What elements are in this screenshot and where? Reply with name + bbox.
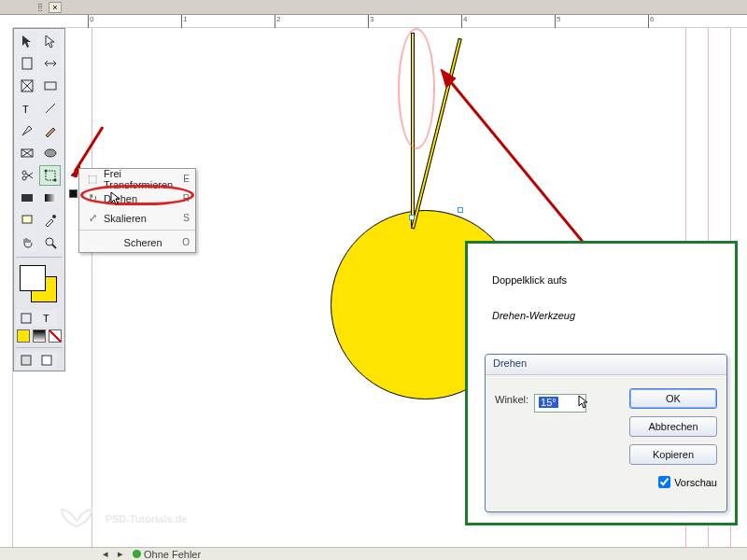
- menu-active-indicator-icon: [69, 189, 78, 198]
- free-transform-icon: ⬚: [85, 173, 100, 185]
- guide-vertical: [92, 28, 92, 547]
- menu-label: Skalieren: [104, 213, 183, 224]
- svg-line-2: [446, 77, 596, 258]
- direct-selection-tool-icon[interactable]: [39, 31, 61, 51]
- angle-value: 15°: [539, 397, 558, 408]
- menu-shortcut: O: [182, 237, 190, 247]
- apply-gradient-icon[interactable]: [33, 329, 46, 343]
- toolbox-titlebar: ⣿ ×: [0, 0, 747, 15]
- arrow-annotation-icon: [428, 62, 605, 267]
- status-text: Ohne Fehler: [144, 549, 201, 560]
- svg-point-19: [53, 179, 56, 182]
- fill-stroke-swatch[interactable]: [18, 263, 61, 306]
- free-transform-tool-icon[interactable]: [39, 165, 61, 186]
- formatting-container-icon[interactable]: [16, 310, 36, 327]
- annotation-text: Doppelklick aufs Drehen-Werkzeug: [468, 244, 735, 329]
- menu-label: Scheren: [104, 237, 182, 248]
- note-tool-icon[interactable]: [16, 210, 37, 231]
- svg-rect-4: [22, 58, 32, 69]
- ok-button[interactable]: OK: [629, 388, 717, 409]
- rectangle-frame-tool-icon[interactable]: [16, 143, 37, 163]
- svg-text:T: T: [43, 313, 49, 324]
- text-frame-tool-icon[interactable]: [39, 76, 61, 96]
- fill-swatch[interactable]: [20, 265, 46, 291]
- gradient-swatch-tool-icon[interactable]: [16, 188, 37, 208]
- copy-button[interactable]: Kopieren: [629, 444, 717, 465]
- toolbox-divider: [16, 257, 63, 258]
- anchor-point-icon[interactable]: [409, 215, 415, 220]
- nav-next-icon[interactable]: ▸: [118, 548, 123, 560]
- ruler-tick: 6: [648, 15, 654, 28]
- gap-tool-icon[interactable]: [39, 53, 61, 74]
- tutorial-annotation-box: Doppelklick aufs Drehen-Werkzeug Drehen …: [465, 241, 738, 525]
- svg-rect-22: [22, 216, 32, 223]
- annotation-line1: Doppelklick aufs: [492, 274, 567, 286]
- ruler-tick: 2: [275, 15, 280, 28]
- cancel-button[interactable]: Abbrechen: [629, 416, 717, 437]
- eyedropper-tool-icon[interactable]: [39, 210, 61, 231]
- svg-rect-29: [42, 356, 51, 365]
- page-tool-icon[interactable]: [16, 53, 37, 74]
- ruler-tick: 5: [555, 15, 560, 28]
- svg-line-0: [75, 127, 103, 172]
- watermark-label: PSD-Tutorials.de: [106, 513, 188, 525]
- hand-tool-icon[interactable]: [16, 232, 37, 253]
- close-icon[interactable]: ×: [49, 2, 62, 13]
- svg-point-15: [22, 171, 26, 175]
- svg-rect-17: [46, 171, 55, 180]
- toolbox-panel: T T: [13, 28, 65, 371]
- ruler-tick: 3: [368, 15, 374, 28]
- apply-none-icon[interactable]: [49, 329, 62, 343]
- scale-icon: ⤢: [85, 212, 100, 224]
- menu-item-shear[interactable]: Scheren O: [79, 232, 195, 252]
- menu-shortcut: S: [183, 213, 190, 223]
- svg-point-23: [52, 215, 56, 218]
- selection-tool-icon[interactable]: [16, 31, 37, 51]
- nav-prev-icon[interactable]: ◂: [103, 548, 108, 560]
- zoom-tool-icon[interactable]: [39, 232, 61, 253]
- cursor-arrow-icon: [577, 394, 592, 409]
- transform-context-menu: ⬚ Frei Transformieren E ↻ Drehen R ⤢ Ska…: [78, 168, 196, 253]
- view-normal-icon[interactable]: [16, 352, 36, 369]
- ruler-tick: 1: [181, 15, 187, 28]
- formatting-text-icon[interactable]: T: [36, 310, 57, 327]
- rotate-dialog: Drehen Winkel: 15° OK Abbrechen Kopieren…: [485, 354, 727, 512]
- type-tool-icon[interactable]: T: [16, 98, 37, 119]
- menu-item-scale[interactable]: ⤢ Skalieren S: [79, 208, 195, 228]
- svg-line-25: [52, 245, 56, 248]
- pen-tool-icon[interactable]: [16, 120, 37, 141]
- preview-checkbox[interactable]: [658, 476, 670, 488]
- frame-tool-icon[interactable]: [16, 76, 37, 96]
- apply-color-icon[interactable]: [17, 329, 30, 343]
- svg-rect-28: [21, 356, 31, 365]
- ruler-vertical: [0, 28, 13, 547]
- tutorial-highlight-ellipse: [80, 185, 194, 205]
- ruler-tick: 0: [88, 15, 93, 28]
- svg-rect-20: [21, 194, 33, 202]
- svg-point-18: [44, 170, 47, 173]
- pencil-tool-icon[interactable]: [39, 120, 61, 141]
- svg-line-10: [46, 104, 55, 113]
- menu-separator: [79, 230, 195, 231]
- angle-label: Winkel:: [495, 394, 529, 405]
- grip-dots-icon: ⣿: [37, 3, 47, 12]
- view-preview-icon[interactable]: [36, 352, 57, 369]
- svg-rect-8: [45, 82, 56, 90]
- svg-rect-21: [45, 194, 56, 202]
- watermark-text: PSD-Tutorials.de: [54, 498, 187, 536]
- svg-rect-26: [21, 314, 31, 323]
- ellipse-tool-icon[interactable]: [39, 143, 61, 163]
- toolbox-divider: [16, 347, 63, 348]
- dialog-title: Drehen: [486, 355, 726, 375]
- status-bar: ◂ ▸ Ohne Fehler: [0, 547, 747, 560]
- svg-point-24: [46, 238, 53, 245]
- ruler-horizontal: 0 1 2 3 4 5 6: [13, 15, 747, 28]
- menu-shortcut: E: [183, 174, 190, 184]
- line-tool-icon[interactable]: [39, 98, 61, 119]
- scissors-tool-icon[interactable]: [16, 165, 37, 186]
- svg-point-16: [22, 176, 26, 180]
- gradient-tool-icon[interactable]: [39, 188, 61, 208]
- svg-text:T: T: [22, 104, 29, 115]
- svg-point-14: [45, 149, 56, 157]
- preview-checkbox-row[interactable]: Vorschau: [629, 476, 717, 488]
